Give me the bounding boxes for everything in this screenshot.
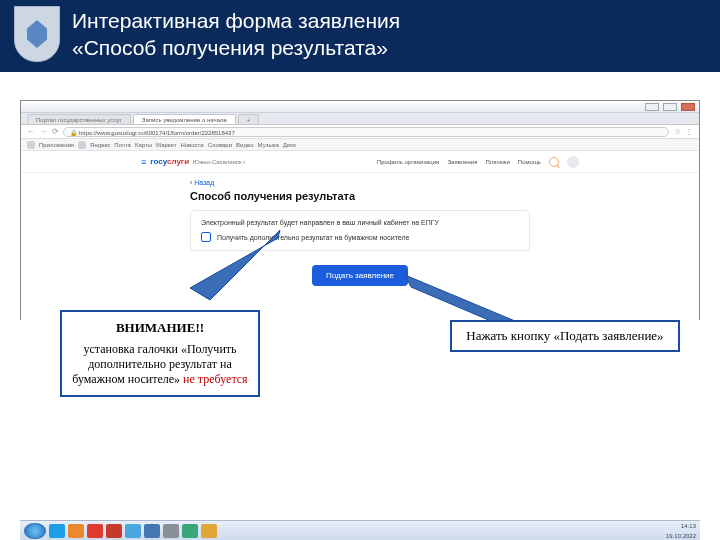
- header-link[interactable]: Профиль организации: [377, 159, 440, 165]
- bookmark-item[interactable]: Карты: [135, 142, 152, 148]
- info-text: Электронный результат будет направлен в …: [201, 219, 519, 226]
- bookmark-item[interactable]: Яндекс: [90, 142, 110, 148]
- apps-icon[interactable]: [27, 141, 35, 149]
- callout-arrow-left: [150, 230, 290, 320]
- taskbar-app-icon[interactable]: [163, 524, 179, 538]
- taskbar-app-icon[interactable]: [49, 524, 65, 538]
- bookmark-item[interactable]: Почта: [114, 142, 131, 148]
- start-button[interactable]: [24, 523, 46, 539]
- browser-tabs: Портал государственных услуг Запись увед…: [21, 113, 699, 125]
- bookmark-item[interactable]: Маркет: [156, 142, 176, 148]
- back-link[interactable]: ‹ Назад: [190, 179, 530, 186]
- back-icon[interactable]: ←: [27, 128, 35, 136]
- header-link[interactable]: Заявления: [447, 159, 477, 165]
- bookmarks-bar: Приложения Яндекс Почта Карты Маркет Нов…: [21, 139, 699, 151]
- slide-title: Интерактивная форма заявления «Способ по…: [72, 7, 700, 62]
- taskbar-app-icon[interactable]: [125, 524, 141, 538]
- browser-window: Портал государственных услуг Запись увед…: [20, 100, 700, 320]
- bookmark-item[interactable]: Видео: [236, 142, 254, 148]
- lock-icon: 🔒: [70, 130, 77, 136]
- address-bar-row: ← → ⟳ 🔒https://www.gosuslugi.ru/600174/1…: [21, 125, 699, 139]
- url-text: https://www.gosuslugi.ru/600174/1/form/o…: [79, 130, 235, 136]
- header-link[interactable]: Помощь: [518, 159, 541, 165]
- window-minimize-button[interactable]: [645, 103, 659, 111]
- region-crest: [14, 6, 60, 62]
- callout-attention-body: установка галочки «Получить дополнительн…: [72, 342, 248, 387]
- window-close-button[interactable]: [681, 103, 695, 111]
- submit-button[interactable]: Подать заявление: [312, 265, 408, 286]
- page-title: Способ получения результата: [190, 190, 530, 202]
- bookmark-item[interactable]: Музыка: [258, 142, 279, 148]
- browser-tab[interactable]: Портал государственных услуг: [27, 114, 131, 124]
- bookmark-item[interactable]: Приложения: [39, 142, 74, 148]
- star-icon[interactable]: ☆: [673, 128, 681, 136]
- address-input[interactable]: 🔒https://www.gosuslugi.ru/600174/1/form/…: [63, 127, 669, 137]
- new-tab-button[interactable]: +: [238, 114, 260, 124]
- site-header: ≡ госуслуги Южно-Сахалинск г Профиль орг…: [21, 151, 699, 173]
- taskbar-app-icon[interactable]: [144, 524, 160, 538]
- windows-taskbar: 14:13 19.10.2022: [20, 520, 700, 540]
- bookmark-item[interactable]: Новости: [180, 142, 203, 148]
- bookmark-icon: [78, 141, 86, 149]
- slide-title-line1: Интерактивная форма заявления: [72, 9, 400, 32]
- tray-time: 14:13: [681, 523, 696, 529]
- page-content: ‹ Назад Способ получения результата Элек…: [21, 173, 699, 321]
- slide-header: Интерактивная форма заявления «Способ по…: [0, 0, 720, 72]
- taskbar-app-icon[interactable]: [106, 524, 122, 538]
- header-link[interactable]: Платежи: [485, 159, 509, 165]
- tray-date: 19.10.2022: [666, 533, 696, 539]
- site-logo[interactable]: госуслуги: [150, 157, 189, 166]
- taskbar-app-icon[interactable]: [68, 524, 84, 538]
- search-icon[interactable]: [549, 157, 559, 167]
- taskbar-app-icon[interactable]: [201, 524, 217, 538]
- callout-attention-title: ВНИМАНИЕ!!: [72, 320, 248, 336]
- forward-icon[interactable]: →: [39, 128, 47, 136]
- window-titlebar: [21, 101, 699, 113]
- menu-icon[interactable]: ⋮: [685, 128, 693, 136]
- reload-icon[interactable]: ⟳: [51, 128, 59, 136]
- bookmark-item[interactable]: Диск: [283, 142, 296, 148]
- callout-attention: ВНИМАНИЕ!! установка галочки «Получить д…: [60, 310, 260, 397]
- hamburger-icon[interactable]: ≡: [141, 157, 146, 167]
- system-tray[interactable]: 14:13 19.10.2022: [666, 523, 696, 539]
- bookmark-item[interactable]: Словари: [208, 142, 232, 148]
- avatar-icon[interactable]: [567, 156, 579, 168]
- callout-submit: Нажать кнопку «Подать заявление»: [450, 320, 680, 352]
- taskbar-app-icon[interactable]: [87, 524, 103, 538]
- browser-tab-active[interactable]: Запись уведомление о начале: [133, 114, 236, 124]
- slide-title-line2: «Способ получения результата»: [72, 36, 388, 59]
- header-links: Профиль организации Заявления Платежи По…: [377, 156, 579, 168]
- svg-marker-0: [190, 230, 280, 300]
- city-label[interactable]: Южно-Сахалинск г: [193, 159, 245, 165]
- window-maximize-button[interactable]: [663, 103, 677, 111]
- taskbar-app-icon[interactable]: [182, 524, 198, 538]
